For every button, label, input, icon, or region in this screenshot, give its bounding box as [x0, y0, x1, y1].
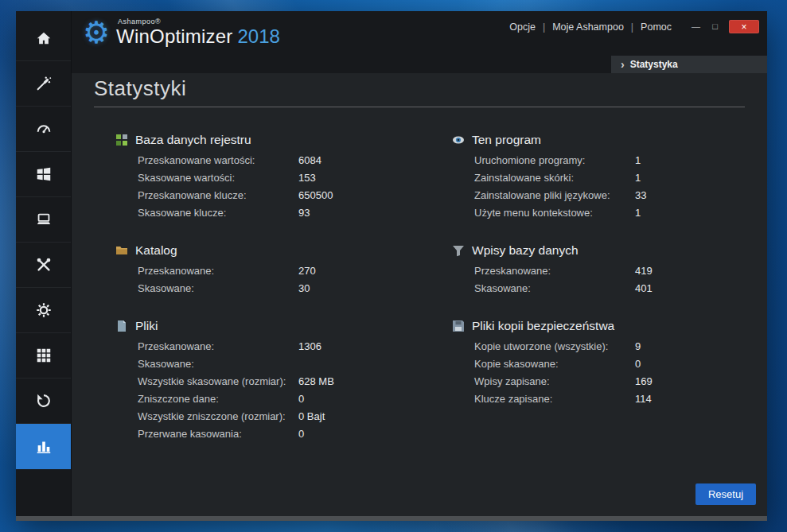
- logo-text: Ashampoo® WinOptimizer2018: [116, 18, 280, 47]
- sidebar-item-performance[interactable]: [16, 107, 71, 152]
- stat-value: 9: [635, 340, 641, 352]
- sidebar: [16, 11, 72, 521]
- sidebar-item-home[interactable]: [16, 16, 71, 61]
- stat-label: Kopie utworzone (wszystkie):: [474, 340, 635, 352]
- stat-row: Przeskanowane wartości:6084: [138, 151, 452, 169]
- registry-icon: [115, 134, 128, 146]
- stat-row: Przeskanowane:1306: [138, 337, 452, 355]
- content: Statystyki Baza danych rejestruPrzeskano…: [72, 73, 767, 521]
- stat-label: Uruchomione programy:: [474, 154, 635, 166]
- minimize-button[interactable]: —: [691, 22, 701, 31]
- stat-label: Kopie skasowane:: [474, 358, 635, 370]
- sidebar-item-modules[interactable]: [16, 333, 71, 379]
- stat-value: 153: [298, 172, 316, 184]
- sidebar-item-windows[interactable]: [16, 152, 71, 197]
- sidebar-item-statistics[interactable]: [16, 424, 71, 469]
- stat-row: Przeskanowane:419: [474, 262, 745, 279]
- stat-value: 1: [635, 172, 641, 184]
- product-name: WinOptimizer: [116, 25, 232, 47]
- sidebar-item-clean[interactable]: [16, 61, 71, 107]
- stats-group: Ten programUruchomione programy:1Zainsta…: [452, 133, 745, 221]
- product-line: WinOptimizer2018: [116, 26, 280, 47]
- tools-icon: [35, 256, 53, 274]
- stat-value: 169: [635, 375, 653, 387]
- stat-label: Skasowane klucze:: [138, 207, 298, 219]
- stats-group: Baza danych rejestruPrzeskanowane wartoś…: [115, 133, 452, 221]
- breadcrumb-label: Statystyka: [630, 59, 678, 70]
- window-controls: — □ ×: [691, 20, 759, 33]
- maximize-button[interactable]: □: [710, 22, 720, 31]
- stats-group: Wpisy bazy danychPrzeskanowane:419Skasow…: [452, 243, 745, 297]
- stat-row: Kopie skasowane:0: [474, 355, 745, 372]
- stat-row: Zniszczone dane:0: [138, 390, 452, 407]
- stat-row: Zainstalowane skórki:1: [474, 169, 745, 186]
- stats-group-title: Wpisy bazy danych: [472, 243, 579, 258]
- menu-item-pomoc[interactable]: Pomoc: [624, 21, 672, 33]
- stat-value: 628 MB: [298, 375, 334, 387]
- stat-row: Skasowane:30: [138, 279, 452, 297]
- stat-value: 1306: [298, 340, 321, 352]
- stat-row: Klucze zapisane:114: [474, 390, 745, 407]
- stat-row: Skasowane klucze:93: [138, 204, 452, 221]
- stat-row: Wszystkie zniszczone (rozmiar):0 Bajt: [138, 407, 452, 425]
- stat-label: Skasowane wartości:: [138, 172, 298, 184]
- stat-label: Przerwane kasowania:: [138, 428, 298, 440]
- stat-value: 401: [635, 282, 653, 294]
- close-button[interactable]: ×: [729, 20, 759, 33]
- stats-group-title: Pliki: [135, 319, 158, 333]
- stat-value: 270: [298, 265, 316, 277]
- stat-label: Przeskanowane:: [474, 265, 635, 277]
- stats-group-header: Pliki: [115, 319, 452, 333]
- sidebar-item-restore[interactable]: [16, 379, 71, 424]
- stats-group: KatalogPrzeskanowane:270Skasowane:30: [115, 243, 452, 297]
- stat-value: 419: [635, 265, 653, 277]
- stat-value: 0: [635, 358, 641, 370]
- stats-group-title: Pliki kopii bezpieczeństwa: [472, 319, 614, 333]
- stat-value: 0: [298, 428, 304, 440]
- stat-row: Zainstalowane pliki językowe:33: [474, 186, 745, 204]
- stat-label: Zniszczone dane:: [138, 393, 298, 405]
- stat-value: 1: [635, 154, 641, 166]
- stats-group-header: Katalog: [115, 243, 452, 258]
- sidebar-item-system[interactable]: [16, 197, 71, 243]
- chevron-right-icon: ›: [621, 59, 625, 70]
- file-icon: [115, 320, 128, 332]
- statistics-icon: [35, 437, 53, 455]
- stat-value: 114: [635, 393, 652, 405]
- menu-item-moje-ashampoo[interactable]: Moje Ashampoo: [536, 21, 624, 33]
- stat-row: Skasowane:: [138, 355, 452, 372]
- sidebar-item-settings[interactable]: [16, 288, 71, 333]
- app-logo: ⚙ Ashampoo® WinOptimizer2018: [83, 15, 280, 50]
- performance-icon: [35, 120, 53, 138]
- stat-label: Skasowane:: [138, 282, 298, 294]
- breadcrumb[interactable]: › Statystyka: [611, 56, 767, 73]
- titlebar-right: Opcje Moje Ashampoo Pomoc — □ ×: [509, 20, 759, 33]
- stat-row: Przerwane kasowania:0: [138, 425, 452, 442]
- window-bottom-edge: [16, 516, 767, 521]
- stat-row: Wszystkie skasowane (rozmiar):628 MB: [138, 372, 452, 390]
- modules-icon: [35, 347, 53, 364]
- stat-label: Przeskanowane:: [138, 340, 298, 352]
- sidebar-item-tools[interactable]: [16, 243, 71, 288]
- stats-group-title: Ten program: [472, 133, 541, 147]
- system-icon: [35, 211, 53, 228]
- restore-icon: [35, 392, 53, 410]
- stats-columns: Baza danych rejestruPrzeskanowane wartoś…: [94, 133, 745, 442]
- stat-label: Wszystkie skasowane (rozmiar):: [138, 375, 298, 387]
- stat-row: Użyte menu kontekstowe:1: [474, 204, 745, 221]
- settings-icon: [35, 301, 53, 319]
- page-title: Statystyki: [94, 76, 745, 100]
- stat-row: Skasowane wartości:153: [138, 169, 452, 186]
- stat-value: 6084: [298, 154, 321, 166]
- reset-button[interactable]: Resetuj: [695, 483, 756, 505]
- stat-value: 1: [635, 207, 641, 219]
- floppy-icon: [452, 320, 465, 332]
- stat-value: 650500: [298, 189, 333, 201]
- sidebar-items: [16, 11, 71, 469]
- stat-row: Kopie utworzone (wszystkie):9: [474, 337, 745, 355]
- stat-value: 0 Bajt: [298, 410, 325, 422]
- stat-label: Skasowane:: [138, 358, 298, 370]
- menu-item-opcje[interactable]: Opcje: [509, 21, 536, 33]
- stat-row: Skasowane:401: [474, 279, 745, 297]
- stat-row: Przeskanowane:270: [138, 262, 452, 279]
